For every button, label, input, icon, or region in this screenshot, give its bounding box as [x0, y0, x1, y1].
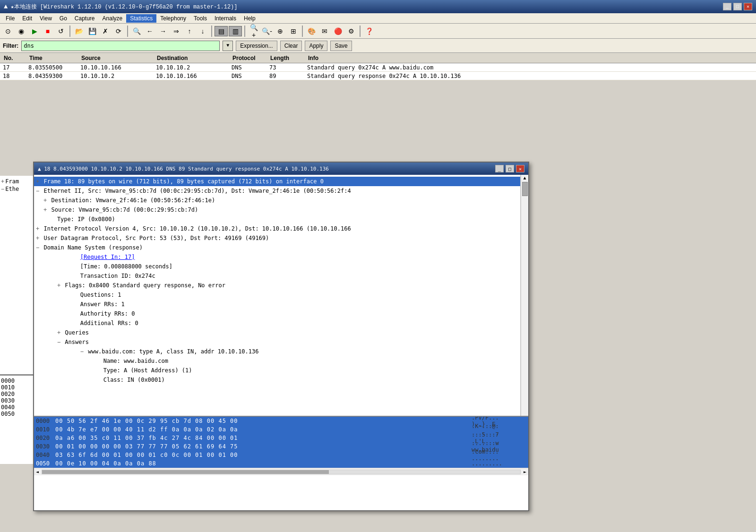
tree-ip[interactable]: + Internet Protocol Version 4, Src: 10.1…	[34, 224, 520, 233]
btn-prev[interactable]: ←	[144, 25, 156, 37]
menu-help[interactable]: Help	[240, 14, 259, 23]
tree-dns-queries[interactable]: + Queries	[34, 328, 520, 337]
btn-help[interactable]: ❓	[363, 25, 375, 37]
btn-next[interactable]: →	[157, 25, 169, 37]
float-window-controls: _ □ ✕	[495, 165, 524, 172]
apply-button[interactable]: Apply	[305, 41, 327, 51]
btn-resize-columns[interactable]: ⊞	[287, 25, 300, 37]
tree-eth-type[interactable]: Type: IP (0x0800)	[34, 215, 520, 224]
header-length: Length	[270, 55, 308, 61]
left-tree-item-2[interactable]: − Ethe	[1, 185, 33, 193]
scroll-thumb[interactable]	[522, 182, 528, 196]
btn-interface[interactable]: ⊙	[2, 25, 14, 37]
menu-edit[interactable]: Edit	[18, 14, 36, 23]
hex-row-0010[interactable]: 0010 00 4b 7e e7 00 00 40 11 d2 ff 0a 0a…	[34, 425, 528, 434]
clear-button[interactable]: Clear	[280, 41, 302, 51]
btn-find[interactable]: 🔍	[130, 25, 143, 37]
float-window-title: ▲ 18 8.043593000 10.10.10.2 10.10.10.166…	[38, 166, 329, 172]
tree-dns-request-in[interactable]: [Request In: 17]	[34, 252, 520, 262]
expand-frame: +	[36, 178, 39, 185]
hex-row-0020[interactable]: 0020 0a a6 00 35 c0 11 00 37 fb 4c 27 4c…	[34, 434, 528, 442]
hex-off-5: 0050	[34, 460, 55, 467]
tree-dns-flags[interactable]: + Flags: 0x8400 Standard query response,…	[34, 281, 520, 290]
packet-row-17[interactable]: 17 8.03550500 10.10.10.166 10.10.10.2 DN…	[0, 63, 756, 72]
hex-row-0030[interactable]: 0030 00 01 00 00 00 00 03 77 77 77 05 62…	[34, 442, 528, 451]
btn-stop-capture[interactable]: ■	[42, 25, 54, 37]
menu-statistics[interactable]: Statistics	[126, 14, 156, 23]
maximize-btn[interactable]: □	[733, 3, 742, 10]
menu-go[interactable]: Go	[56, 14, 71, 23]
tree-dns-answers[interactable]: − Answers	[34, 337, 520, 347]
btn-save[interactable]: 💾	[86, 25, 98, 37]
tree-scrollbar[interactable]: ▲	[521, 175, 528, 416]
menu-capture[interactable]: Capture	[71, 14, 99, 23]
expression-button[interactable]: Expression...	[236, 41, 277, 51]
menu-view[interactable]: View	[36, 14, 56, 23]
packet-row-18[interactable]: 18 8.04359300 10.10.10.2 10.10.10.166 DN…	[0, 72, 756, 80]
tree-frame[interactable]: + Frame 18: 89 bytes on wire (712 bits),…	[34, 177, 520, 186]
left-tree-item-1[interactable]: + Fram	[1, 178, 33, 185]
minimize-btn[interactable]: _	[723, 3, 731, 10]
btn-close[interactable]: ✗	[99, 25, 112, 37]
hex-scroll-left[interactable]: ◄	[34, 469, 41, 474]
hex-ascii-4: .com.... ........	[467, 448, 528, 462]
float-restore-btn[interactable]: □	[506, 165, 514, 172]
float-close-btn[interactable]: ✕	[516, 165, 524, 172]
expand-icon-2: −	[1, 186, 4, 192]
menu-internals[interactable]: Internals	[211, 14, 240, 23]
menu-analyze[interactable]: Analyze	[99, 14, 127, 23]
filter-dropdown[interactable]: ▼	[223, 41, 233, 51]
expand-ethernet: −	[36, 188, 39, 194]
filter-input[interactable]	[21, 41, 220, 51]
btn-zoom-normal[interactable]: ⊕	[274, 25, 286, 37]
scroll-up-btn[interactable]: ▲	[523, 176, 526, 181]
hex-scrollbar[interactable]: ◄ ►	[34, 468, 528, 475]
tree-dns-answer-record[interactable]: − www.baidu.com: type A, class IN, addr …	[34, 347, 520, 356]
btn-goto[interactable]: ⇒	[170, 25, 182, 37]
btn-prefs[interactable]: 🔴	[332, 25, 344, 37]
packet-tree[interactable]: + Frame 18: 89 bytes on wire (712 bits),…	[34, 175, 521, 416]
menu-telephony[interactable]: Telephony	[156, 14, 190, 23]
btn-reload[interactable]: ⟳	[112, 25, 125, 37]
save-button[interactable]: Save	[330, 41, 352, 51]
expand-eth-dst: +	[43, 197, 47, 204]
btn-open[interactable]: 📂	[73, 25, 85, 37]
hex-scroll-thumb[interactable]	[42, 470, 521, 474]
hex-row-0040[interactable]: 0040 03 63 6f 6d 00 01 00 00 01 c0 0c 00…	[34, 451, 528, 459]
btn-up[interactable]: ↑	[183, 25, 196, 37]
tree-udp[interactable]: + User Datagram Protocol, Src Port: 53 (…	[34, 233, 520, 243]
header-time: Time	[29, 55, 81, 61]
btn-colorize[interactable]: 🎨	[305, 25, 318, 37]
window-title: ★本地连接 [Wireshark 1.12.10 (v1.12.10-0-g7f…	[10, 3, 237, 11]
btn-color-filter2[interactable]: ▥	[229, 26, 242, 36]
packet-proto-17: DNS	[232, 64, 269, 71]
btn-autocolor[interactable]: ✉	[318, 25, 331, 37]
tree-dns-name: Name: www.baidu.com	[34, 356, 520, 366]
tree-ethernet[interactable]: − Ethernet II, Src: Vmware_95:cb:7d (00:…	[34, 186, 520, 196]
btn-capture-options[interactable]: ◉	[15, 25, 27, 37]
separator-4	[244, 26, 245, 37]
btn-color-filter1[interactable]: ▤	[215, 26, 228, 36]
hex-row-0000[interactable]: 0000 00 50 56 2f 46 1e 00 0c 29 95 cb 7d…	[34, 417, 528, 425]
packet-info-18: Standard query response 0x274c A 10.10.1…	[307, 73, 756, 79]
btn-tools2[interactable]: ⚙	[345, 25, 357, 37]
btn-down[interactable]: ↓	[197, 25, 209, 37]
btn-start-capture[interactable]: ▶	[28, 25, 41, 37]
float-minimize-btn[interactable]: _	[495, 165, 504, 172]
menu-tools[interactable]: Tools	[190, 14, 211, 23]
btn-zoom-out[interactable]: 🔍-	[261, 25, 273, 37]
close-btn[interactable]: ✕	[744, 3, 752, 10]
hex-scroll-right[interactable]: ►	[522, 469, 528, 474]
btn-zoom-in[interactable]: 🔍+	[248, 25, 260, 37]
menu-file[interactable]: File	[2, 14, 18, 23]
hex-row-0050[interactable]: 0050 00 0e 10 00 04 0a 0a 0a 88 ........…	[34, 459, 528, 468]
header-no: No.	[1, 55, 29, 61]
tree-dns[interactable]: − Domain Name System (response)	[34, 243, 520, 252]
link-request-in[interactable]: [Request In: 17]	[80, 254, 135, 260]
tree-eth-src[interactable]: + Source: Vmware_95:cb:7d (00:0c:29:95:c…	[34, 205, 520, 215]
hex-offset-3: 0030	[1, 397, 33, 404]
hex-ascii-5: .........	[467, 460, 528, 467]
packet-dst-18: 10.10.10.166	[156, 73, 232, 79]
tree-eth-dst[interactable]: + Destination: Vmware_2f:46:1e (00:50:56…	[34, 196, 520, 205]
btn-restart-capture[interactable]: ↺	[55, 25, 67, 37]
